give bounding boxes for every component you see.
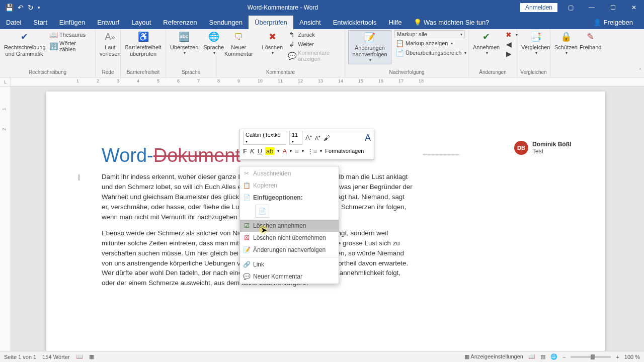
- tab-start[interactable]: Start: [27, 16, 53, 29]
- styles-label[interactable]: Formatvorlagen: [325, 148, 364, 154]
- font-name-value: Calibri (Textkö: [246, 132, 281, 138]
- tab-hilfe[interactable]: Hilfe: [382, 16, 408, 29]
- bullets-icon[interactable]: ≡: [295, 147, 299, 155]
- signin-button[interactable]: Anmelden: [520, 3, 557, 12]
- accessibility-button[interactable]: ♿Barrierefreiheit überprüfen: [124, 30, 163, 58]
- accept-button[interactable]: ✔Annehmen▾: [472, 30, 501, 57]
- chevron-down-icon[interactable]: ▾: [277, 149, 279, 153]
- zoom-level[interactable]: 100 %: [624, 354, 640, 360]
- grow-font-icon[interactable]: A▴: [305, 134, 312, 141]
- page-indicator[interactable]: Seite 1 von 1: [4, 354, 36, 360]
- ctx-cut[interactable]: ✂Ausschneiden: [240, 167, 339, 179]
- read-aloud-button[interactable]: A»Laut vorlesen: [99, 30, 122, 58]
- ribbon-display-icon[interactable]: ▢: [560, 0, 581, 15]
- display-settings[interactable]: ▦ Anzeigeeinstellungen: [464, 353, 523, 360]
- compare-label: Vergleichen: [521, 44, 550, 51]
- show-markup-button[interactable]: 📋Markup anzeigen▾: [394, 39, 467, 48]
- ribbon: ✔ Rechtschreibung und Grammatik 📖Thesaur…: [0, 29, 644, 77]
- prev-label: Zurück: [298, 32, 315, 38]
- macro-status-icon[interactable]: ▦: [89, 353, 94, 360]
- word-count[interactable]: 154 Wörter: [42, 354, 69, 360]
- save-icon[interactable]: 💾: [5, 4, 14, 12]
- chevron-down-icon: ▾: [486, 51, 488, 56]
- thesaurus-button[interactable]: 📖Thesaurus: [48, 30, 92, 39]
- ctx-reject-deletion[interactable]: ☒Löschen nicht übernehmen: [240, 232, 339, 244]
- zoom-in-icon[interactable]: +: [616, 354, 619, 360]
- italic-icon[interactable]: K: [250, 147, 255, 155]
- trackchanges-label: Änderungen nachverfolgen: [350, 45, 390, 58]
- chevron-down-icon[interactable]: ▾: [320, 149, 322, 153]
- ink-label: Freihand: [580, 44, 601, 51]
- word-count-button[interactable]: 🔢Wörter zählen: [48, 40, 92, 53]
- comments-icon: 💬: [288, 52, 296, 60]
- track-changes-button[interactable]: 📝Änderungen nachverfolgen▾: [348, 30, 391, 64]
- ctx-link[interactable]: 🔗Link: [240, 258, 339, 270]
- bold-icon[interactable]: F: [243, 147, 247, 155]
- zoom-out-icon[interactable]: −: [562, 354, 566, 360]
- zoom-slider[interactable]: [571, 356, 611, 358]
- styles-icon[interactable]: A: [365, 133, 371, 143]
- tab-einfuegen[interactable]: Einfügen: [53, 16, 91, 29]
- tab-entwicklertools[interactable]: Entwicklertools: [327, 16, 383, 29]
- underline-icon[interactable]: U: [258, 147, 262, 155]
- compare-button[interactable]: 📑Vergleichen▾: [520, 30, 551, 57]
- delete-comment-button[interactable]: ✖Löschen▾: [261, 30, 284, 57]
- close-icon[interactable]: ✕: [624, 0, 644, 15]
- paste-keep-text-icon[interactable]: 📄: [255, 205, 269, 218]
- reject-button[interactable]: ✖▾: [504, 30, 519, 39]
- font-size-dropdown[interactable]: 11 ▾: [289, 131, 302, 145]
- tell-me-search[interactable]: 💡 Was möchten Sie tun?: [408, 16, 495, 29]
- view-read-icon[interactable]: 📖: [528, 353, 535, 360]
- chevron-down-icon[interactable]: ▾: [302, 149, 304, 153]
- ink-button[interactable]: ✎Freihand: [579, 30, 602, 52]
- ctx-accept-deletion[interactable]: ☑Löschen annehmen: [240, 220, 339, 232]
- redo-icon[interactable]: ↻: [28, 4, 34, 12]
- tab-layout[interactable]: Layout: [125, 16, 157, 29]
- view-web-icon[interactable]: 🌐: [550, 353, 557, 360]
- tab-ansicht[interactable]: Ansicht: [293, 16, 327, 29]
- tab-entwurf[interactable]: Entwurf: [91, 16, 125, 29]
- show-comments-button[interactable]: 💬Kommentare anzeigen: [287, 49, 342, 62]
- spelling-label: Rechtschreibung und Grammatik: [4, 44, 44, 57]
- translate-button[interactable]: 🔤Übersetzen▾: [169, 30, 199, 57]
- maximize-icon[interactable]: ☐: [603, 0, 623, 15]
- tab-referenzen[interactable]: Referenzen: [157, 16, 203, 29]
- highlight-icon[interactable]: ab: [265, 147, 274, 155]
- ctx-copy[interactable]: 📋Kopieren: [240, 179, 339, 192]
- font-family-dropdown[interactable]: Calibri (Textkö ▾: [243, 131, 286, 145]
- chevron-down-icon: ▾: [184, 51, 186, 56]
- tab-datei[interactable]: Datei: [0, 16, 27, 29]
- window-title: Word-Kommentare - Word: [45, 4, 520, 11]
- ctx-track-changes[interactable]: 📝Änderungen nachverfolgen: [240, 244, 339, 256]
- numbering-icon[interactable]: ⋮≡: [307, 147, 317, 155]
- share-button[interactable]: 👤 Freigeben: [587, 16, 639, 29]
- spellcheck-status-icon[interactable]: 📖: [76, 353, 83, 360]
- pen-icon: ✎: [585, 31, 597, 43]
- zoom-thumb[interactable]: [591, 354, 595, 359]
- format-painter-icon[interactable]: 🖌: [324, 134, 330, 142]
- minimize-icon[interactable]: —: [582, 0, 602, 15]
- next-change-button[interactable]: ▶: [504, 49, 519, 58]
- chevron-down-icon[interactable]: ▾: [290, 149, 292, 153]
- tab-sendungen[interactable]: Sendungen: [203, 16, 249, 29]
- ruler-tick: 8: [217, 78, 220, 83]
- undo-icon[interactable]: ↶: [18, 4, 24, 12]
- prev-change-button[interactable]: ◀: [504, 40, 519, 49]
- document-heading[interactable]: Word-Dokument: [102, 145, 240, 166]
- new-comment-button[interactable]: 🗨Neuer Kommentar: [219, 30, 258, 58]
- collapse-ribbon-icon[interactable]: ˆ: [639, 68, 641, 74]
- shrink-font-icon[interactable]: A▾: [315, 135, 320, 141]
- view-print-icon[interactable]: ▤: [540, 353, 545, 360]
- ctx-new-comment[interactable]: 💬Neuer Kommentar: [240, 270, 339, 283]
- protect-button[interactable]: 🔒Schützen▾: [553, 30, 579, 57]
- reviewing-pane-button[interactable]: 📄Überarbeitungsbereich▾: [394, 48, 467, 57]
- spelling-grammar-button[interactable]: ✔ Rechtschreibung und Grammatik: [3, 30, 45, 58]
- markup-display-dropdown[interactable]: Markup: alle▾: [394, 30, 465, 38]
- font-color-icon[interactable]: A: [282, 147, 287, 155]
- next-comment-button[interactable]: ↲Weiter: [287, 40, 342, 49]
- comment-balloon[interactable]: DB Dominik Bößl Test: [514, 141, 630, 155]
- copy-icon: 📋: [243, 182, 251, 189]
- tab-ueberpruefen[interactable]: Überprüfen: [249, 16, 293, 29]
- previous-comment-button[interactable]: ↰Zurück: [287, 30, 342, 39]
- qat-customize-icon[interactable]: ▾: [38, 5, 40, 10]
